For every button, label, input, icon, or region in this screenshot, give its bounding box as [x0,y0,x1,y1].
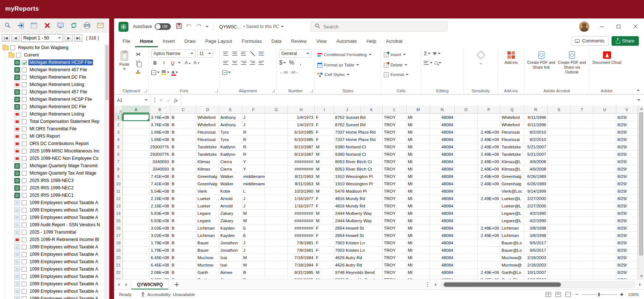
cell-V1[interactable]: 8/29/ [616,114,638,121]
cell-V6[interactable]: 8/29/ [616,151,638,158]
cell-R3[interactable]: 8/2/2010 [524,128,548,136]
cell-V2[interactable]: 8/29/ [616,121,638,128]
name-box[interactable]: A1 [114,95,151,106]
cell-V9[interactable]: 8/29/ [616,173,638,180]
cell-E14[interactable]: Zakary [219,210,242,217]
cell-U21[interactable] [593,261,616,269]
item-checkbox[interactable] [22,282,27,286]
cell-I1[interactable]: F [315,114,334,121]
cell-H22[interactable]: 8/31/1985 [288,269,315,276]
cell-D6[interactable]: Tandetzke [196,151,219,158]
horizontal-scrollbar[interactable] [440,281,635,288]
cell-N17[interactable]: 48084 [430,232,455,239]
cell-Q2[interactable]: Whiteford [500,121,524,128]
tree-root-folder[interactable]: Reports for Don Wagberg [0,44,104,51]
cell-I21[interactable]: F [315,261,334,269]
cell-J14[interactable]: 2444 Mulberry Way [334,210,361,217]
cell-A10[interactable] [123,180,149,188]
cell-O13[interactable] [455,202,478,210]
cell-N2[interactable]: 48084 [430,121,455,128]
cell-S3[interactable] [548,128,571,136]
cell-H16[interactable]: ######## [288,224,315,232]
tab-home[interactable]: Home [135,35,158,47]
first-page-button[interactable]: |◀ [2,34,10,42]
cell-O10[interactable] [455,180,478,188]
folder-checkbox[interactable] [10,45,15,50]
cell-G7[interactable] [265,158,288,165]
cell-P10[interactable]: 2.49E+09 [478,180,500,188]
tab-draw[interactable]: Draw [180,35,200,47]
cell-J17[interactable]: 2654 Howell St [334,232,361,239]
cell-E4[interactable]: Tyra [219,136,242,143]
item-checkbox[interactable] [22,127,27,131]
last-page-button[interactable]: ▶| [74,34,82,42]
item-checkbox[interactable] [22,134,27,139]
tree-item[interactable]: Michigan Retirement Listing [0,81,104,88]
cell-V10[interactable]: 8/29/ [616,180,638,188]
item-checkbox[interactable] [22,75,27,80]
cell-M1[interactable]: MI [407,114,430,121]
cell-V18[interactable]: 8/29/ [616,239,638,247]
cell-D20[interactable]: Muchow [196,254,219,261]
cell-D21[interactable]: Muchow [196,261,219,269]
search-icon[interactable] [2,20,13,31]
expand-formula-bar[interactable] [633,95,644,106]
tab-data[interactable]: Data [266,35,286,47]
cell-H11[interactable]: 10/3/1960 [288,188,315,195]
cell-S4[interactable] [548,136,571,143]
cell-L6[interactable]: TROY [383,151,407,158]
cell-U11[interactable] [593,188,616,195]
cell-Q1[interactable]: Whiteford [500,114,524,121]
cell-F3[interactable]: R [242,128,265,136]
tree-item[interactable]: 2025 IRIS 1099-NEC2 [0,184,104,192]
cell-E22[interactable]: Aimee [219,269,242,276]
cell-Q17[interactable]: Lichtman [500,232,524,239]
normal-view-button[interactable] [545,292,551,297]
cell-M5[interactable]: MI [407,143,430,151]
cell-M7[interactable]: MI [407,158,430,165]
cell-S14[interactable] [548,210,571,217]
cell-P20[interactable] [478,254,500,261]
tree-item[interactable]: Michigan Retirement 457 File [0,66,104,73]
cell-N1[interactable]: 48084 [430,114,455,121]
underline-chevron-icon[interactable] [178,62,181,64]
column-header-N[interactable]: N [430,106,455,114]
formula-input[interactable] [181,95,633,106]
cell-I3[interactable]: F [315,128,334,136]
row-header-13[interactable]: 13 [114,202,123,210]
cell-M10[interactable]: MI [407,180,430,188]
cell-D14[interactable]: Legare [196,210,219,217]
cell-J20[interactable]: 4626 Autry Rd [334,254,361,261]
cell-U12[interactable] [593,195,616,202]
row-header-21[interactable]: 21 [114,261,123,269]
cell-P22[interactable]: 2.49E+09 [478,269,500,276]
row-header-2[interactable]: 2 [114,121,123,128]
cell-L14[interactable]: TROY [383,210,407,217]
column-header-L[interactable]: L [383,106,407,114]
qat-chevron-icon[interactable] [206,26,209,28]
cell-P1[interactable] [478,114,500,121]
cell-V23[interactable]: 8/29/ [616,276,638,279]
find-select-button[interactable] [434,59,441,66]
cell-N13[interactable]: 48084 [430,202,455,210]
cell-T22[interactable] [571,269,593,276]
cell-M16[interactable]: MI [407,224,430,232]
cell-T9[interactable] [571,173,593,180]
italic-button[interactable]: I [160,59,168,66]
cell-S13[interactable] [548,202,571,210]
cell-L20[interactable]: TROY [383,254,407,261]
cell-P8[interactable]: 2.49E+09 [478,165,500,173]
cell-C17[interactable]: B [171,232,196,239]
cell-R9[interactable]: 6/26/1989 [524,173,548,180]
cell-Q14[interactable]: Legare@L [500,210,524,217]
hscroll-right-icon[interactable] [639,283,641,286]
zoom-in-button[interactable] [620,293,623,296]
cell-V22[interactable]: 8/29/ [616,269,638,276]
percent-style-button[interactable]: % [288,59,295,66]
cell-B14[interactable]: 5.83E+08 [149,210,171,217]
cell-F19[interactable]: J [242,247,265,254]
cell-U2[interactable] [593,121,616,128]
cell-J2[interactable]: 8762 Sunset Rd [334,121,361,128]
cell-A21[interactable] [123,261,149,269]
cell-S20[interactable] [548,254,571,261]
